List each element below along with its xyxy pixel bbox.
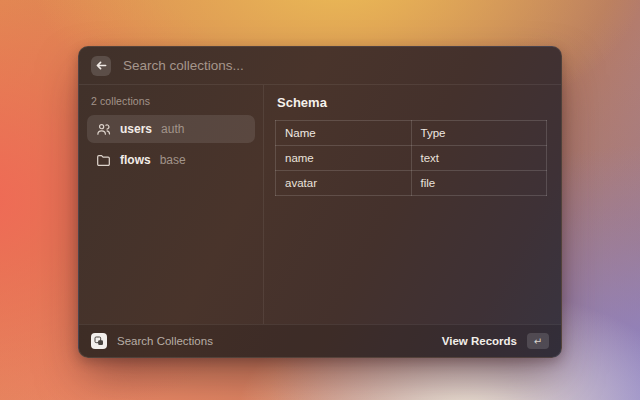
table-row: name text <box>276 146 547 171</box>
footer-app-label: Search Collections <box>117 335 213 347</box>
app-icon <box>91 333 107 349</box>
folder-icon <box>95 152 111 168</box>
table-header-row: Name Type <box>276 121 547 146</box>
collection-name: users <box>120 122 152 136</box>
cell-field-type: file <box>411 171 547 196</box>
table-row: avatar file <box>276 171 547 196</box>
enter-key-badge: ↵ <box>527 333 549 349</box>
palette-body: 2 collections users auth <box>79 85 561 324</box>
back-button[interactable] <box>91 56 111 76</box>
cell-field-name: avatar <box>276 171 412 196</box>
search-input[interactable] <box>123 58 549 73</box>
collection-type-label: auth <box>161 122 184 136</box>
collection-type-label: base <box>160 153 186 167</box>
search-palette-window: 2 collections users auth <box>78 46 562 358</box>
collections-sidebar: 2 collections users auth <box>79 85 264 324</box>
desktop-background: 2 collections users auth <box>0 0 640 400</box>
collection-item-flows[interactable]: flows base <box>87 146 255 174</box>
collections-count-label: 2 collections <box>91 95 251 107</box>
cell-field-type: text <box>411 146 547 171</box>
collection-item-users[interactable]: users auth <box>87 115 255 143</box>
footer-bar: Search Collections View Records ↵ <box>79 324 561 357</box>
search-bar <box>79 47 561 85</box>
schema-table: Name Type name text avatar file <box>275 120 547 196</box>
back-arrow-icon <box>96 60 107 71</box>
view-records-action[interactable]: View Records <box>442 335 517 347</box>
cell-field-name: name <box>276 146 412 171</box>
collection-name: flows <box>120 153 151 167</box>
schema-title: Schema <box>277 95 547 110</box>
column-header-type: Type <box>411 121 547 146</box>
schema-panel: Schema Name Type name text <box>264 85 561 324</box>
column-header-name: Name <box>276 121 412 146</box>
users-icon <box>95 121 111 137</box>
